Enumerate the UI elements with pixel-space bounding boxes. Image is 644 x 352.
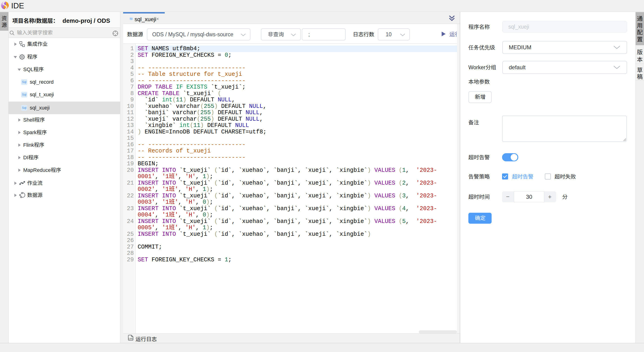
svg-text:LOG: LOG — [129, 338, 133, 340]
